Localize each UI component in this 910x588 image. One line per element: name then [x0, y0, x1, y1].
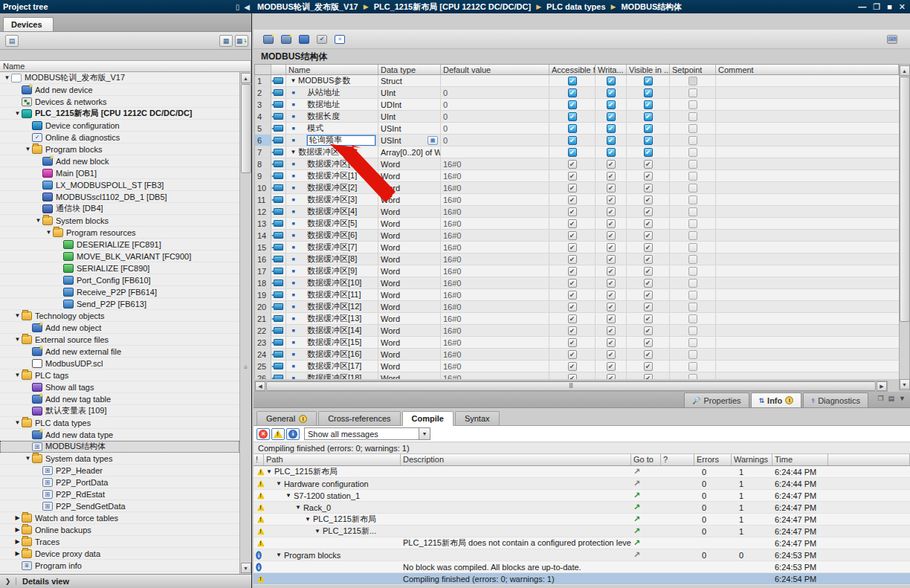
table-row[interactable]: 20■数据缓冲区[12]Word16#0✔✔✔ [255, 301, 900, 313]
datatype-cell[interactable]: UInt [378, 87, 441, 98]
tree-item[interactable]: ▼Program resources [0, 227, 239, 239]
message-row[interactable]: Compiling finished (errors: 0; warnings:… [254, 573, 910, 585]
checked-checkbox[interactable]: ✔ [644, 196, 653, 204]
column-header-writa-[interactable]: Writa... [596, 65, 627, 74]
setpoint-checkbox[interactable] [688, 207, 697, 216]
checked-checkbox[interactable]: ✔ [607, 77, 616, 85]
msg-column-header[interactable]: Errors [694, 454, 732, 465]
checked-checkbox[interactable]: ✔ [568, 231, 577, 240]
checked-checkbox[interactable]: ✔ [644, 148, 653, 157]
name-cell[interactable]: ■模式 [286, 123, 378, 134]
checked-checkbox[interactable]: ✔ [568, 267, 577, 276]
table-row[interactable]: 18■数据缓冲区[10]Word16#0✔✔✔ [255, 277, 900, 289]
expand-arrow-icon[interactable]: ▼ [288, 77, 298, 84]
goto-cell[interactable]: ↗ [631, 550, 661, 560]
setpoint-checkbox[interactable] [688, 326, 697, 335]
goto-cell[interactable]: ↗ [631, 538, 661, 548]
expand-arrow-icon[interactable]: ▼ [295, 504, 301, 511]
expand-arrow-icon[interactable]: ▼ [305, 516, 311, 523]
default-value-cell[interactable]: 16#0 [441, 349, 549, 360]
tree-item[interactable]: ModbusUDP.scl [0, 358, 239, 369]
table-row[interactable]: 22■数据缓冲区[14]Word16#0✔✔✔ [255, 325, 900, 337]
checked-checkbox[interactable]: ✔ [607, 219, 616, 228]
comment-cell[interactable] [716, 206, 900, 217]
checked-checkbox[interactable]: ✔ [607, 255, 616, 264]
default-value-cell[interactable]: 16#0 [441, 182, 549, 193]
panel-list-icon[interactable]: ▤ [888, 395, 895, 402]
checked-checkbox[interactable]: ✔ [568, 314, 577, 323]
expand-arrow-icon[interactable]: ▶ [13, 550, 22, 557]
message-row[interactable]: ▼PLC_1215新布局↗016:24:47 PM [254, 514, 910, 526]
tab-diagnostics[interactable]: ⚕Diagnostics [803, 392, 868, 407]
subtab-general[interactable]: Generali [256, 411, 317, 425]
scroll-up-icon[interactable]: ▲ [241, 73, 251, 83]
table-row[interactable]: 5■模式USInt0✔✔✔ [255, 123, 900, 135]
tree-item[interactable]: 国P2P_RdEstat [0, 488, 239, 500]
datatype-cell[interactable]: Word [378, 349, 441, 360]
path-cell[interactable]: ▼Hardware configuration [264, 479, 401, 488]
maximize-button[interactable]: ■ [887, 2, 892, 12]
name-cell[interactable]: ■从站地址 [286, 87, 378, 98]
tree-item[interactable]: Add new object [0, 322, 239, 334]
message-row[interactable]: i▼Program blocks↗006:24:53 PM [254, 549, 910, 561]
checked-checkbox[interactable]: ✔ [568, 279, 577, 288]
name-cell[interactable]: ■数据缓冲区[11] [286, 289, 378, 300]
expand-arrow-icon[interactable]: ▼ [13, 419, 22, 426]
checked-checkbox[interactable]: ✔ [568, 303, 577, 311]
setpoint-checkbox[interactable] [688, 124, 697, 133]
message-row[interactable]: ▼Rack_0↗016:24:47 PM [254, 502, 910, 514]
table-row[interactable]: 24■数据缓冲区[16]Word16#0✔✔✔ [255, 349, 900, 361]
checked-checkbox[interactable]: ✔ [568, 338, 577, 347]
default-value-cell[interactable]: 16#0 [441, 277, 549, 288]
checked-checkbox[interactable]: ✔ [644, 207, 653, 216]
name-cell[interactable]: ■数据地址 [286, 99, 378, 110]
checked-checkbox[interactable]: ✔ [644, 160, 653, 169]
checked-checkbox[interactable]: ✔ [644, 279, 653, 288]
scroll-down-icon[interactable]: ▼ [900, 379, 910, 390]
name-cell[interactable]: ■数据缓冲区[6] [286, 230, 378, 241]
tree-item[interactable]: ≣Program info [0, 560, 239, 572]
setpoint-checkbox[interactable] [688, 303, 697, 311]
datatype-cell[interactable]: Word [378, 170, 441, 181]
checked-checkbox[interactable]: ✔ [644, 255, 653, 264]
setpoint-checkbox[interactable] [688, 314, 697, 323]
table-row[interactable]: 8■数据缓冲区[0]Word16#0✔✔✔ [255, 158, 900, 170]
checked-checkbox[interactable]: ✔ [568, 291, 577, 300]
float-panel-icon[interactable]: ❐ [877, 395, 883, 402]
default-value-cell[interactable]: 16#0 [441, 301, 549, 312]
setpoint-checkbox[interactable] [688, 160, 697, 169]
comment-cell[interactable] [716, 170, 900, 181]
checked-checkbox[interactable]: ✔ [607, 362, 616, 371]
goto-arrow-icon[interactable]: ↗ [633, 503, 640, 512]
msg-column-header[interactable]: Go to [631, 454, 661, 465]
expand-arrow-icon[interactable]: ▼ [13, 312, 22, 319]
datatype-cell[interactable]: Word [378, 325, 441, 336]
checked-checkbox[interactable]: ✔ [568, 124, 577, 133]
insert-row-icon[interactable] [261, 33, 276, 46]
default-value-cell[interactable]: 16#0 [441, 218, 549, 229]
checked-checkbox[interactable]: ✔ [607, 326, 616, 335]
datatype-cell[interactable]: Word [378, 194, 441, 205]
name-cell[interactable]: ■轮询频率 [286, 135, 378, 146]
checked-checkbox[interactable]: ✔ [607, 196, 616, 204]
checked-checkbox[interactable]: ✔ [644, 303, 653, 311]
expand-arrow-icon[interactable]: ▶ [13, 514, 22, 521]
setpoint-checkbox[interactable] [688, 196, 697, 204]
msg-column-header[interactable]: Description [401, 454, 631, 465]
goto-cell[interactable]: ↗ [631, 514, 661, 524]
default-value-cell[interactable]: 16#0 [441, 253, 549, 265]
restore-button[interactable]: ❐ [873, 2, 880, 12]
default-value-cell[interactable]: 16#0 [441, 242, 549, 253]
checked-checkbox[interactable]: ✔ [568, 172, 577, 181]
table-row[interactable]: 7▼数据缓冲区Array[0..20] of Word✔✔✔ [255, 146, 900, 158]
table-row[interactable]: 16■数据缓冲区[8]Word16#0✔✔✔ [255, 253, 900, 265]
table-row[interactable]: 14■数据缓冲区[6]Word16#0✔✔✔ [255, 230, 900, 242]
expand-arrow-icon[interactable]: ▼ [276, 480, 282, 487]
goto-arrow-icon[interactable]: ↗ [633, 479, 640, 488]
table-row[interactable]: 15■数据缓冲区[7]Word16#0✔✔✔ [255, 242, 900, 253]
comment-cell[interactable] [716, 289, 900, 300]
checked-checkbox[interactable]: ✔ [644, 219, 653, 228]
checked-checkbox[interactable]: ✔ [568, 160, 577, 169]
open-keyboard-icon[interactable]: ⌨ [885, 33, 900, 46]
setpoint-checkbox[interactable] [688, 184, 697, 193]
